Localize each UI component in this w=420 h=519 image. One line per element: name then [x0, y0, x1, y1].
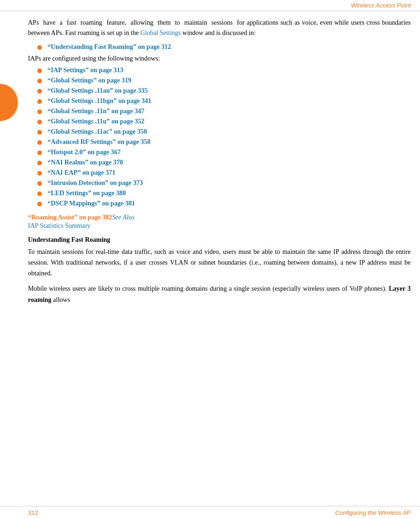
bullet-item-2: “Global Settings .11an” on page 335: [37, 87, 411, 95]
bullet-dot-2: [37, 89, 42, 94]
bullet-dot-10: [37, 171, 42, 176]
bullet-link-0[interactable]: “IAP Settings” on page 313: [48, 67, 124, 74]
bullet-item-1: “Global Settings” on page 319: [37, 77, 411, 84]
global-settings-link[interactable]: Global Settings: [140, 29, 181, 36]
bullet-dot-3: [37, 99, 42, 104]
bullet-dot-8: [37, 150, 42, 155]
body-text-2-end: allows: [51, 296, 70, 303]
bullet-item-12: “LED Settings” on page 380: [37, 190, 411, 197]
iap-stats-line: IAP Statistics Summary: [28, 222, 411, 230]
bullet-dot-0: [37, 68, 42, 73]
main-content: APs have a fast roaming feature, allowin…: [0, 11, 420, 316]
bullet-item-0: “IAP Settings” on page 313: [37, 67, 411, 74]
bullet-link-3[interactable]: “Global Settings .11bgn” on page 341: [48, 97, 151, 105]
bullet-item-6: “Global Settings .11ac” on page 350: [37, 128, 411, 136]
body-text-2: Mobile wireless users are likely to cros…: [28, 283, 411, 305]
bullet-dot: [37, 45, 42, 50]
bullet-dot-6: [37, 130, 42, 135]
bullet-item-7: “Advanced RF Settings” on page 358: [37, 138, 411, 146]
bullet-link-11[interactable]: “Intrusion Detection” on page 373: [48, 179, 143, 187]
bullet-item-13: “DSCP Mappings” on page 381: [37, 200, 411, 207]
header-bar: Wireless Access Point: [0, 0, 420, 11]
bullet-dot-1: [37, 79, 42, 83]
bullet-dot-9: [37, 161, 42, 165]
bullet-link-2[interactable]: “Global Settings .11an” on page 335: [48, 87, 148, 95]
bullet-link-4[interactable]: “Global Settings .11n” on page 347: [48, 108, 145, 115]
iap-bullet-list: “IAP Settings” on page 313“Global Settin…: [37, 67, 411, 207]
fast-roaming-link[interactable]: “Understanding Fast Roaming” on page 312: [48, 43, 171, 51]
iap-config-text: IAPs are configured using the following …: [28, 54, 411, 64]
bullet-item-3: “Global Settings .11bgn” on page 341: [37, 97, 411, 105]
bullet-link-13[interactable]: “DSCP Mappings” on page 381: [48, 200, 135, 207]
bullet-dot-4: [37, 109, 42, 114]
bullet-link-5[interactable]: “Global Settings .11u” on page 352: [48, 118, 145, 125]
bullet-dot-11: [37, 181, 42, 186]
footer-bar: 312 Configuring the Wireless AP: [0, 506, 420, 519]
bullet-item-5: “Global Settings .11u” on page 352: [37, 118, 411, 125]
bullet-dot-12: [37, 191, 42, 196]
bullet-link-10[interactable]: “NAI EAP” on page 371: [48, 169, 115, 177]
bullet-dot-5: [37, 120, 42, 124]
intro-text-after: window and is discussed in:: [181, 29, 256, 36]
bullet-link-6[interactable]: “Global Settings .11ac” on page 350: [48, 128, 147, 136]
roaming-assist-link[interactable]: “Roaming Assist” on page 382: [28, 214, 112, 221]
bullet-link-8[interactable]: “Hotspot 2.0” on page 367: [48, 149, 121, 156]
bullet-link-12[interactable]: “LED Settings” on page 380: [48, 190, 126, 197]
see-also-link[interactable]: See Also: [112, 214, 134, 221]
bullet-item-fast-roaming: “Understanding Fast Roaming” on page 312: [37, 43, 411, 51]
section-heading: Understanding Fast Roaming: [28, 236, 411, 244]
bullet-item-4: “Global Settings .11n” on page 347: [37, 108, 411, 115]
intro-paragraph: APs have a fast roaming feature, allowin…: [28, 18, 411, 39]
bullet-item-10: “NAI EAP” on page 371: [37, 169, 411, 177]
body-text-2-start: Mobile wireless users are likely to cros…: [28, 285, 386, 292]
bullet-item-11: “Intrusion Detection” on page 373: [37, 179, 411, 187]
footer-page-number: 312: [28, 509, 38, 516]
bullet-item-9: “NAI Realms” on page 370: [37, 159, 411, 166]
bullet-link-9[interactable]: “NAI Realms” on page 370: [48, 159, 123, 166]
bullet-link-1[interactable]: “Global Settings” on page 319: [48, 77, 131, 84]
bullet-item-8: “Hotspot 2.0” on page 367: [37, 149, 411, 156]
bullet-dot-7: [37, 140, 42, 145]
iap-stats-link[interactable]: IAP Statistics Summary: [28, 222, 90, 229]
header-title: Wireless Access Point: [351, 2, 411, 9]
body-text-1: To maintain sessions for real-time data …: [28, 246, 411, 279]
roaming-assist-line: “Roaming Assist” on page 382See Also: [28, 214, 411, 221]
single-bullet-list: “Understanding Fast Roaming” on page 312: [37, 43, 411, 51]
page-container: Wireless Access Point APs have a fast ro…: [0, 0, 420, 519]
bullet-link-7[interactable]: “Advanced RF Settings” on page 358: [48, 138, 151, 146]
bullet-dot-13: [37, 202, 42, 206]
footer-title: Configuring the Wireless AP: [335, 509, 411, 516]
